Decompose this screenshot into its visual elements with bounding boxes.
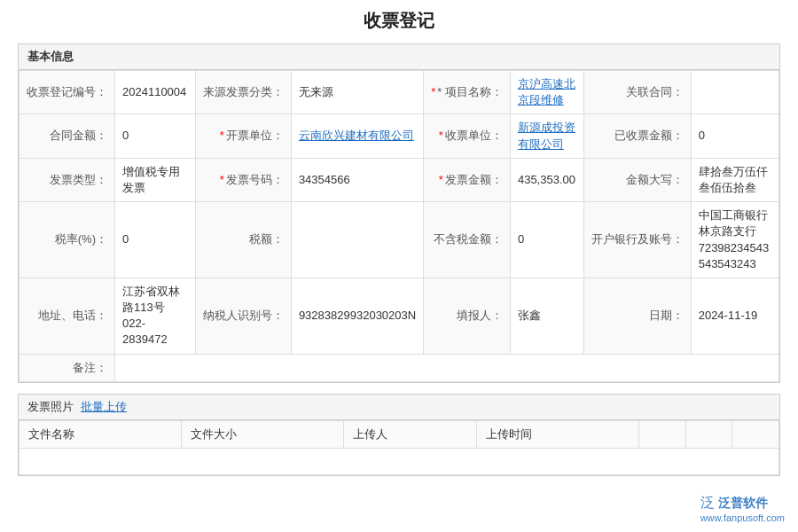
invoice-type-value: 增值税专用发票 (115, 158, 196, 201)
file-table: 文件名称 文件大小 上传人 上传时间 (19, 420, 779, 475)
table-row: 收票登记编号： 2024110004 来源发票分类： 无来源 ** 项目名称： … (20, 71, 779, 114)
no-tax-amount-label: 不含税金额： (424, 202, 511, 278)
tax-amount-label: 税额： (195, 202, 291, 278)
date-label: 日期： (583, 278, 691, 354)
invoice-no-label: *发票号码： (195, 158, 291, 201)
batch-upload-button[interactable]: 批量上传 (81, 399, 127, 415)
registration-no-value: 2024110004 (115, 71, 196, 114)
col-action1 (639, 420, 686, 448)
address-phone-label: 地址、电话： (20, 278, 115, 354)
required-star: * (439, 173, 443, 186)
taxpayer-id-value: 93283829932030203N (291, 278, 423, 354)
basic-info-table: 收票登记编号： 2024110004 来源发票分类： 无来源 ** 项目名称： … (19, 70, 779, 382)
project-name-value[interactable]: 京沪高速北京段维修 (510, 71, 583, 114)
received-amount-value: 0 (691, 114, 778, 158)
col-uploader: 上传人 (343, 420, 476, 448)
page-title: 收票登记 (18, 9, 780, 33)
table-row: 备注： (20, 354, 779, 381)
col-action2 (685, 420, 732, 448)
tax-rate-label: 税率(%)： (20, 202, 115, 278)
invoice-amount-label-text: 发票金额： (445, 173, 503, 186)
issuing-unit-label: *开票单位： (195, 114, 291, 158)
col-upload-time: 上传时间 (477, 420, 639, 448)
file-table-header-row: 文件名称 文件大小 上传人 上传时间 (20, 420, 779, 448)
col-filename: 文件名称 (20, 420, 182, 448)
taxpayer-id-label: 纳税人识别号： (195, 278, 291, 354)
invoice-type-label: 发票类型： (20, 158, 115, 201)
registration-no-label: 收票登记编号： (20, 71, 115, 114)
amount-words-label: 金额大写： (583, 158, 691, 201)
tax-amount-value (291, 202, 423, 278)
no-tax-amount-value: 0 (510, 202, 583, 278)
related-contract-label: 关联合同： (583, 71, 691, 114)
bank-label: 开户银行及账号： (583, 202, 691, 278)
table-row: 合同金额： 0 *开票单位： 云南欣兴建材有限公司 *收票单位： 新源成投资有限… (20, 114, 779, 158)
receiving-unit-value[interactable]: 新源成投资有限公司 (510, 114, 583, 158)
contract-amount-label: 合同金额： (20, 114, 115, 158)
filler-label: 填报人： (424, 278, 511, 354)
issuing-unit-label-text: 开票单位： (226, 129, 284, 142)
basic-info-header: 基本信息 (19, 44, 779, 70)
remark-value (115, 354, 779, 381)
source-invoice-label: 来源发票分类： (195, 71, 291, 114)
address-phone-value: 江苏省双林路113号 022-2839472 (115, 278, 196, 354)
invoice-photos-header: 发票照片 批量上传 (19, 395, 779, 420)
amount-words-value: 肆拾叁万伍仟叁佰伍拾叁 (691, 158, 778, 201)
date-value: 2024-11-19 (691, 278, 778, 354)
file-table-empty-row (20, 448, 779, 474)
remark-label: 备注： (20, 354, 115, 381)
project-name-label: ** 项目名称： (424, 71, 511, 114)
receiving-unit-label-text: 收票单位： (445, 129, 503, 142)
project-name-label-text: * 项目名称： (437, 85, 503, 98)
basic-info-section: 基本信息 收票登记编号： 2024110004 来源发票分类： 无来源 ** 项… (18, 43, 780, 383)
required-star: * (431, 85, 435, 98)
required-star: * (220, 173, 224, 186)
issuing-unit-link[interactable]: 云南欣兴建材有限公司 (299, 129, 414, 142)
invoice-photos-label: 发票照片 (27, 399, 74, 415)
filler-value: 张鑫 (510, 278, 583, 354)
required-star: * (439, 129, 443, 142)
invoice-amount-value: 435,353.00 (510, 158, 583, 201)
related-contract-value (691, 71, 778, 114)
project-name-link[interactable]: 京沪高速北京段维修 (518, 77, 575, 106)
received-amount-label: 已收票金额： (583, 114, 691, 158)
table-row: 地址、电话： 江苏省双林路113号 022-2839472 纳税人识别号： 93… (20, 278, 779, 354)
table-row: 税率(%)： 0 税额： 不含税金额： 0 开户银行及账号： 中国工商银行林京路… (20, 202, 779, 278)
col-action3 (732, 420, 779, 448)
required-star: * (220, 129, 224, 142)
receiving-unit-link[interactable]: 新源成投资有限公司 (518, 121, 575, 150)
tax-rate-value: 0 (115, 202, 196, 278)
invoice-no-value: 34354566 (291, 158, 423, 201)
table-row: 发票类型： 增值税专用发票 *发票号码： 34354566 *发票金额： 435… (20, 158, 779, 201)
watermark: 泛 泛普软件 www.fanpusoft.com (700, 494, 785, 496)
bank-value: 中国工商银行林京路支行 72398234543 543543243 (691, 202, 778, 278)
col-filesize: 文件大小 (181, 420, 343, 448)
issuing-unit-value[interactable]: 云南欣兴建材有限公司 (291, 114, 423, 158)
invoice-no-label-text: 发票号码： (226, 173, 284, 186)
receiving-unit-label: *收票单位： (424, 114, 511, 158)
source-invoice-value: 无来源 (291, 71, 423, 114)
contract-amount-value: 0 (115, 114, 196, 158)
invoice-photos-section: 发票照片 批量上传 文件名称 文件大小 上传人 上传时间 (18, 394, 780, 476)
invoice-amount-label: *发票金额： (424, 158, 511, 201)
